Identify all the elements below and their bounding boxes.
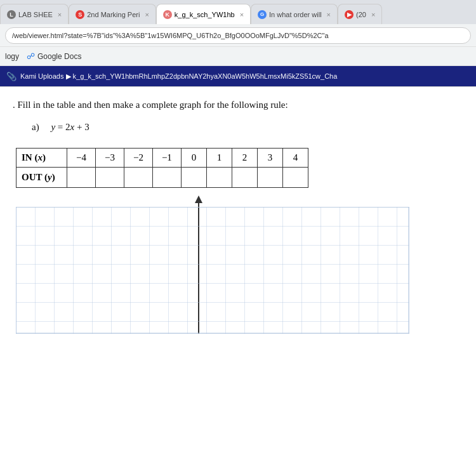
table-out-row: OUT (y) [17, 168, 308, 188]
bookmark-logy[interactable]: logy [5, 52, 19, 61]
table-in-row: IN (x) −4 −3 −2 −1 0 1 2 3 4 [17, 149, 308, 168]
kami-bar: 📎 Kami Uploads ▶ k_g_k_sch_YW1hbmRhLmhpZ… [0, 66, 476, 86]
tab-google-label: In what order will [269, 11, 322, 18]
x-val-neg3: −3 [95, 149, 124, 168]
y-val-7[interactable] [232, 168, 257, 188]
bookmark-logy-label: logy [5, 52, 19, 61]
tab-2nd-marking[interactable]: S 2nd Marking Peri × [69, 4, 156, 24]
y-val-6[interactable] [206, 168, 232, 188]
x-val-neg2: −2 [124, 149, 152, 168]
tab-2nd-marking-icon: S [76, 10, 84, 19]
kami-uploads-icon: 📎 [6, 72, 17, 81]
y-val-9[interactable] [282, 168, 308, 188]
tab-bar: L LAB SHEE × S 2nd Marking Peri × K k_g_… [0, 0, 476, 24]
out-label: OUT (y) [17, 168, 67, 188]
instruction-text: . Fill in the table and then make a comp… [13, 100, 463, 110]
x-val-1: 1 [206, 149, 232, 168]
tab-youtube-label: (20 [356, 11, 366, 18]
y-val-4[interactable] [152, 168, 181, 188]
tab-youtube[interactable]: ▶ (20 × [338, 4, 382, 24]
address-bar: /web/viewer.html?state=%7B"ids"%3A%5B"1w… [0, 24, 476, 47]
y-val-8[interactable] [257, 168, 282, 188]
address-input[interactable]: /web/viewer.html?state=%7B"ids"%3A%5B"1w… [5, 27, 471, 44]
y-val-2[interactable] [95, 168, 124, 188]
in-label: IN (x) [17, 149, 67, 168]
kami-bar-text: Kami Uploads ▶ k_g_k_sch_YW1hbmRhLmhpZ2d… [20, 72, 337, 81]
tab-youtube-close[interactable]: × [371, 11, 375, 18]
tab-kgk-label: k_g_k_sch_YW1hb [175, 11, 235, 18]
y-val-1[interactable] [67, 168, 96, 188]
tab-lab-shee[interactable]: L LAB SHEE × [0, 4, 69, 24]
x-val-2: 2 [232, 149, 257, 168]
bookmarks-bar: logy ☍ Google Docs [0, 47, 476, 66]
bookmark-google-docs-label: Google Docs [37, 52, 81, 61]
bookmark-google-docs[interactable]: ☍ Google Docs [27, 51, 81, 61]
google-docs-icon: ☍ [27, 51, 35, 61]
graph-grid [16, 207, 409, 334]
svg-rect-0 [16, 207, 409, 334]
equation-line: a) y = 2x + 3 [32, 122, 463, 133]
x-val-neg4: −4 [67, 149, 96, 168]
tab-lab-shee-icon: L [7, 10, 16, 19]
x-val-3: 3 [257, 149, 282, 168]
math-table: IN (x) −4 −3 −2 −1 0 1 2 3 4 OUT (y) [16, 148, 308, 188]
tab-google[interactable]: G In what order will × [251, 4, 338, 24]
x-val-4: 4 [282, 149, 308, 168]
tab-2nd-marking-label: 2nd Marking Peri [87, 11, 140, 18]
equation: y = 2x + 3 [51, 122, 89, 132]
y-axis-arrow [195, 195, 202, 203]
tab-kgk-close[interactable]: × [240, 11, 244, 18]
x-val-neg1: −1 [152, 149, 181, 168]
y-val-3[interactable] [124, 168, 152, 188]
page-content: . Fill in the table and then make a comp… [0, 87, 476, 340]
tab-kgk[interactable]: K k_g_k_sch_YW1hb × [156, 4, 251, 24]
graph-area [16, 207, 463, 334]
tab-google-close[interactable]: × [327, 11, 331, 18]
x-val-0: 0 [181, 149, 206, 168]
tab-2nd-marking-close[interactable]: × [145, 11, 149, 18]
graph-container [16, 207, 409, 334]
tab-lab-shee-label: LAB SHEE [18, 11, 53, 18]
browser-chrome: L LAB SHEE × S 2nd Marking Peri × K k_g_… [0, 0, 476, 87]
tab-lab-shee-close[interactable]: × [58, 11, 62, 18]
part-label: a) [32, 122, 39, 132]
y-val-5[interactable] [181, 168, 206, 188]
tab-google-icon: G [258, 10, 267, 19]
tab-youtube-icon: ▶ [345, 10, 354, 19]
tab-kgk-icon: K [163, 10, 172, 19]
address-text: /web/viewer.html?state=%7B"ids"%3A%5B"1w… [12, 32, 329, 39]
